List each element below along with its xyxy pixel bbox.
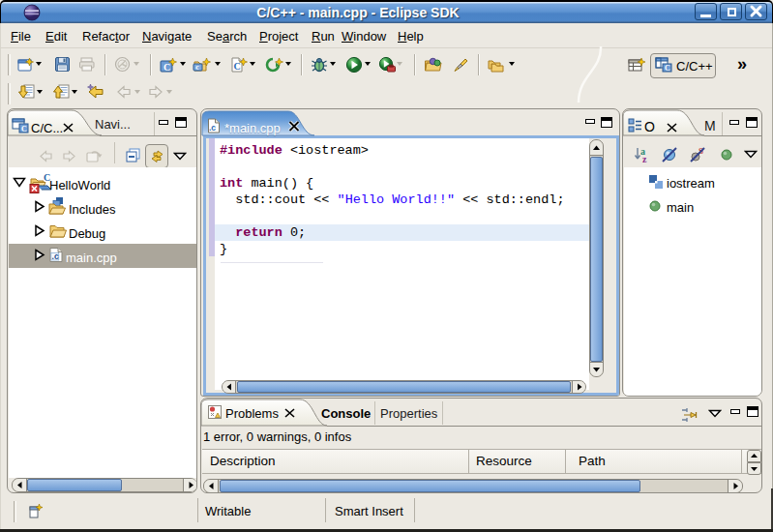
svg-text:.c: .c xyxy=(209,123,216,133)
svg-text:C: C xyxy=(164,62,170,73)
svg-text:C: C xyxy=(665,64,670,73)
svg-text:.c: .c xyxy=(52,251,59,261)
svg-text:C: C xyxy=(21,125,27,133)
svg-text:c: c xyxy=(195,63,199,72)
svg-text:z: z xyxy=(642,154,647,163)
